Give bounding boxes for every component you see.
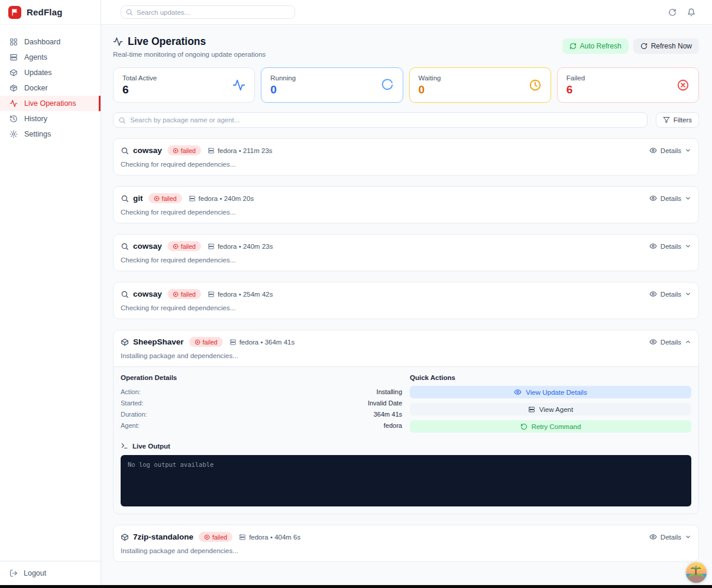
island-avatar-image: [686, 562, 707, 583]
operation-details-rows: Action:InstallingStarted:Invalid DateDur…: [121, 386, 402, 431]
stat-label: Failed: [567, 74, 585, 82]
retry-command-button[interactable]: Retry Command: [410, 420, 691, 433]
detail-label: Duration:: [121, 411, 147, 418]
view-update-details-label: View Update Details: [526, 389, 587, 396]
activity-icon: [113, 37, 123, 47]
island-avatar-button[interactable]: [686, 562, 707, 583]
stat-card: Failed 6: [557, 67, 699, 103]
details-button-label: Details: [661, 243, 681, 250]
details-button[interactable]: Details: [649, 290, 691, 298]
sidebar-item-updates[interactable]: Updates: [0, 65, 101, 80]
sidebar-item-label: Updates: [24, 69, 52, 77]
package-search-input[interactable]: [113, 112, 648, 128]
sidebar-item-history[interactable]: History: [0, 111, 101, 126]
stat-card: Running 0: [261, 67, 403, 103]
status-badge-label: failed: [212, 534, 227, 541]
global-search-input[interactable]: [121, 5, 295, 19]
package-icon: [121, 533, 129, 541]
stat-value: 0: [419, 83, 441, 96]
detail-row: Action:Installing: [121, 386, 402, 397]
sidebar-item-label: Agents: [24, 53, 47, 61]
chevron-down-icon: [685, 291, 691, 297]
server-icon: [208, 243, 215, 250]
operation-meta-text: fedora • 211m 23s: [218, 147, 273, 154]
package-icon: [9, 69, 18, 77]
details-button[interactable]: Details: [649, 147, 691, 154]
header-actions: Auto Refresh Refresh Now: [562, 38, 699, 54]
details-button[interactable]: Details: [649, 194, 691, 202]
page-title: Live Operations: [113, 35, 266, 48]
x-circle-icon: [204, 534, 210, 540]
eye-icon: [649, 290, 657, 298]
stat-label: Waiting: [419, 74, 441, 82]
sidebar-item-label: Settings: [24, 130, 51, 138]
server-icon: [208, 291, 215, 298]
detail-value: Invalid Date: [368, 399, 402, 407]
sidebar-item-settings[interactable]: Settings: [0, 126, 101, 142]
gear-icon: [9, 130, 18, 138]
operation-meta-text: fedora • 240m 23s: [218, 243, 273, 250]
topbar: [101, 0, 712, 25]
content: Live Operations Real-time monitoring of …: [101, 25, 712, 585]
operation-meta-text: fedora • 404m 6s: [249, 534, 300, 541]
activity-icon: [232, 79, 245, 92]
x-circle-icon: [173, 148, 179, 154]
app-window: RedFlag Dashboard Agents Updates Docker …: [0, 0, 712, 585]
refresh-icon[interactable]: [668, 8, 677, 17]
bell-icon[interactable]: [687, 8, 695, 17]
status-badge: failed: [167, 289, 201, 299]
details-button[interactable]: Details: [649, 338, 691, 346]
status-badge-label: failed: [203, 339, 218, 346]
sidebar-item-agents[interactable]: Agents: [0, 50, 101, 65]
live-output-header: Live Output: [121, 442, 691, 450]
details-button[interactable]: Details: [649, 533, 691, 541]
operation-card: cowsay failed fedora • 254m 42s Details …: [113, 282, 699, 319]
sidebar-item-live-operations[interactable]: Live Operations: [0, 96, 101, 111]
operation-card: git failed fedora • 240m 20s Details Che…: [113, 186, 699, 223]
details-button-label: Details: [661, 195, 681, 202]
stat-card: Total Active 6: [113, 67, 255, 103]
history-icon: [9, 115, 18, 123]
view-update-details-button[interactable]: View Update Details: [410, 386, 691, 398]
sidebar-item-label: History: [24, 115, 47, 123]
x-circle-icon: [677, 79, 690, 92]
detail-row: Duration:364m 41s: [121, 408, 402, 420]
search-icon: [125, 8, 133, 16]
server-icon: [229, 339, 237, 346]
detail-row: Agent:fedora: [121, 420, 402, 431]
eye-icon: [649, 242, 657, 250]
operation-card: cowsay failed fedora • 240m 23s Details …: [113, 234, 699, 271]
server-icon: [239, 534, 246, 541]
sidebar: RedFlag Dashboard Agents Updates Docker …: [0, 0, 101, 585]
server-icon: [208, 147, 215, 154]
package-icon: [121, 338, 129, 346]
activity-icon: [9, 99, 18, 108]
chevron-up-icon: [685, 339, 691, 345]
sidebar-item-docker[interactable]: Docker: [0, 80, 101, 96]
operation-message: Checking for required dependencies...: [121, 209, 691, 216]
stats-row: Total Active 6 Running 0 Waiting 0: [113, 67, 699, 103]
server-icon: [189, 195, 196, 202]
logout-button[interactable]: Logout: [9, 569, 91, 577]
eye-icon: [649, 338, 657, 346]
detail-label: Action:: [121, 388, 141, 395]
view-agent-button[interactable]: View Agent: [410, 403, 691, 415]
detail-value: 364m 41s: [374, 411, 402, 418]
dashboard-icon: [9, 38, 18, 46]
operation-name: cowsay: [133, 242, 162, 251]
auto-refresh-button[interactable]: Auto Refresh: [562, 38, 629, 54]
quick-actions-title: Quick Actions: [410, 374, 691, 381]
filters-button[interactable]: Filters: [656, 112, 699, 128]
chevron-down-icon: [685, 147, 691, 154]
refresh-now-button[interactable]: Refresh Now: [633, 38, 699, 54]
details-button[interactable]: Details: [649, 242, 691, 250]
chevron-down-icon: [685, 243, 691, 249]
status-badge: failed: [167, 145, 201, 155]
search-icon: [121, 242, 129, 251]
status-badge-label: failed: [181, 291, 196, 298]
sidebar-item-label: Live Operations: [24, 99, 76, 108]
sidebar-footer: Logout: [0, 561, 101, 585]
sidebar-item-label: Docker: [24, 84, 48, 92]
chevron-down-icon: [685, 534, 691, 540]
sidebar-item-dashboard[interactable]: Dashboard: [0, 34, 101, 50]
